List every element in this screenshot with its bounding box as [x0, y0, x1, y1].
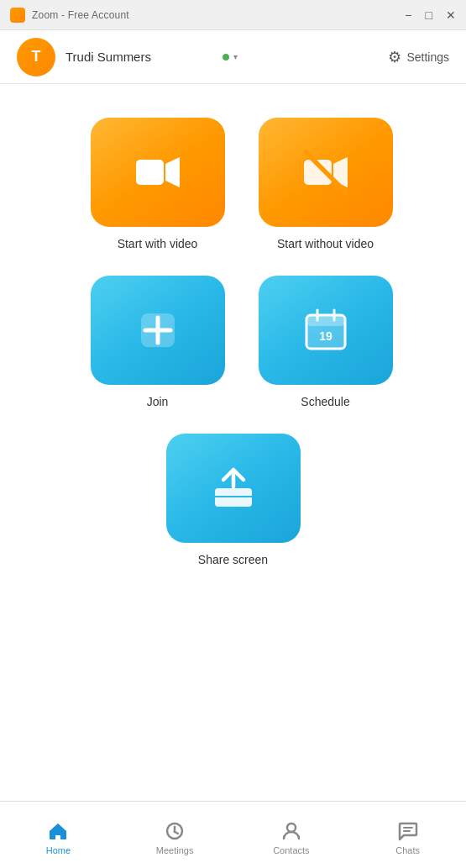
- start-no-video-item[interactable]: Start without video: [259, 118, 393, 250]
- plus-icon: [133, 305, 183, 355]
- header: T Trudi Summers ▾ ⚙ Settings: [0, 30, 466, 84]
- start-no-video-label: Start without video: [277, 237, 374, 250]
- nav-chats-label: Chats: [395, 845, 420, 855]
- app-title: Zoom - Free Account: [32, 9, 405, 21]
- share-screen-icon: [208, 463, 259, 513]
- nav-chats[interactable]: Chats: [349, 802, 466, 868]
- nav-contacts[interactable]: Contacts: [233, 802, 350, 868]
- nav-contacts-label: Contacts: [273, 845, 309, 855]
- share-screen-item[interactable]: Share screen: [166, 434, 301, 566]
- svg-line-25: [175, 832, 178, 834]
- calendar-icon: 19: [301, 305, 351, 355]
- maximize-button[interactable]: □: [426, 9, 432, 21]
- status-dot: [222, 53, 230, 61]
- share-screen-button[interactable]: [166, 434, 301, 543]
- bottom-nav: Home Meetings Contacts Chats: [0, 801, 466, 868]
- start-video-label: Start with video: [118, 237, 198, 250]
- join-button[interactable]: [91, 276, 225, 385]
- main-content: Start with video Start without video: [0, 84, 466, 801]
- window-controls: − □ ✕: [405, 9, 456, 21]
- close-button[interactable]: ✕: [446, 9, 456, 21]
- settings-button[interactable]: ⚙ Settings: [388, 48, 449, 66]
- chat-icon: [397, 820, 419, 842]
- clock-icon: [164, 820, 186, 842]
- join-item[interactable]: Join: [91, 276, 225, 408]
- svg-rect-0: [136, 160, 164, 185]
- chevron-down-icon: ▾: [233, 52, 238, 61]
- schedule-button[interactable]: 19: [259, 276, 393, 385]
- user-name: Trudi Summers: [65, 50, 217, 64]
- avatar: T: [17, 38, 55, 76]
- svg-rect-16: [306, 315, 345, 326]
- video-icon: [133, 147, 183, 197]
- svg-point-26: [287, 823, 296, 832]
- start-video-button[interactable]: [91, 118, 225, 227]
- home-icon: [47, 820, 69, 842]
- nav-meetings[interactable]: Meetings: [117, 802, 233, 868]
- gear-icon: ⚙: [388, 48, 401, 66]
- settings-label: Settings: [406, 50, 449, 64]
- svg-marker-1: [165, 157, 180, 187]
- person-icon: [280, 820, 302, 842]
- nav-meetings-label: Meetings: [156, 845, 194, 855]
- share-screen-label: Share screen: [198, 553, 268, 566]
- status-indicator[interactable]: ▾: [222, 52, 238, 61]
- svg-text:19: 19: [319, 329, 332, 343]
- nav-home-label: Home: [46, 845, 71, 855]
- title-bar: Zoom - Free Account − □ ✕: [0, 0, 466, 30]
- video-off-icon: [301, 147, 351, 197]
- actions-grid: Start with video Start without video: [91, 118, 376, 408]
- start-video-item[interactable]: Start with video: [91, 118, 225, 250]
- app-logo: [10, 8, 25, 23]
- schedule-item[interactable]: 19 Schedule: [259, 276, 393, 408]
- schedule-label: Schedule: [301, 395, 349, 408]
- start-no-video-button[interactable]: [259, 118, 393, 227]
- minimize-button[interactable]: −: [405, 9, 411, 21]
- nav-home[interactable]: Home: [0, 802, 117, 868]
- join-label: Join: [147, 395, 169, 408]
